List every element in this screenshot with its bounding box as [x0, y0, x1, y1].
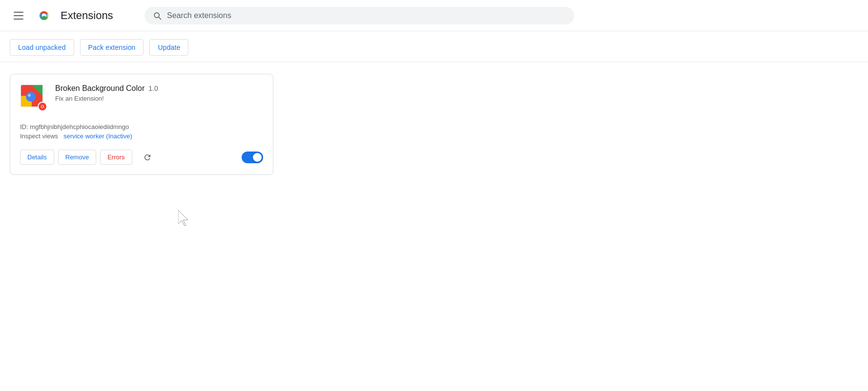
- card-actions: Details Remove Errors: [20, 150, 263, 165]
- service-worker-link[interactable]: service worker (Inactive): [63, 132, 132, 140]
- hamburger-menu-icon[interactable]: [10, 8, 27, 23]
- svg-point-8: [28, 94, 31, 97]
- errors-button[interactable]: Errors: [100, 150, 132, 165]
- pack-extension-button[interactable]: Pack extension: [80, 39, 144, 56]
- extension-error-badge: [38, 102, 47, 111]
- card-meta: ID: mgfbhjnibhjdehcphiocaoiediidmngo Ins…: [20, 123, 263, 140]
- search-input[interactable]: [167, 11, 566, 20]
- extension-icon-wrapper: [20, 84, 47, 111]
- load-unpacked-button[interactable]: Load unpacked: [10, 39, 74, 56]
- search-bar: [145, 7, 574, 24]
- search-bar-wrapper: [145, 7, 574, 24]
- card-title-row: Broken Background Color 1.0: [55, 84, 263, 93]
- inspect-views-label: Inspect views: [20, 132, 58, 140]
- extension-version: 1.0: [148, 85, 158, 92]
- card-title-area: Broken Background Color 1.0 Fix an Exten…: [55, 84, 263, 102]
- details-button[interactable]: Details: [20, 150, 54, 165]
- chrome-logo-icon: [35, 7, 53, 24]
- svg-point-7: [26, 92, 36, 102]
- card-header: Broken Background Color 1.0 Fix an Exten…: [20, 84, 263, 111]
- svg-point-11: [41, 106, 43, 108]
- cursor-icon: [178, 210, 190, 226]
- toggle-thumb: [253, 153, 262, 162]
- extension-card: Broken Background Color 1.0 Fix an Exten…: [10, 74, 273, 175]
- inspect-views-line: Inspect views service worker (Inactive): [20, 132, 263, 140]
- header-left: Extensions: [10, 7, 137, 24]
- main-content: Broken Background Color 1.0 Fix an Exten…: [0, 62, 868, 187]
- extension-id: ID: mgfbhjnibhjdehcphiocaoiediidmngo: [20, 123, 263, 130]
- header: Extensions: [0, 0, 868, 31]
- page-title: Extensions: [61, 9, 113, 22]
- extension-toggle[interactable]: [242, 152, 263, 163]
- extension-name: Broken Background Color: [55, 84, 145, 93]
- toolbar: Load unpacked Pack extension Update: [0, 31, 868, 62]
- refresh-button[interactable]: [140, 150, 155, 165]
- search-icon: [152, 11, 162, 21]
- refresh-icon: [143, 153, 152, 162]
- update-button[interactable]: Update: [149, 39, 188, 56]
- remove-button[interactable]: Remove: [58, 150, 96, 165]
- extension-description: Fix an Extension!: [55, 95, 263, 102]
